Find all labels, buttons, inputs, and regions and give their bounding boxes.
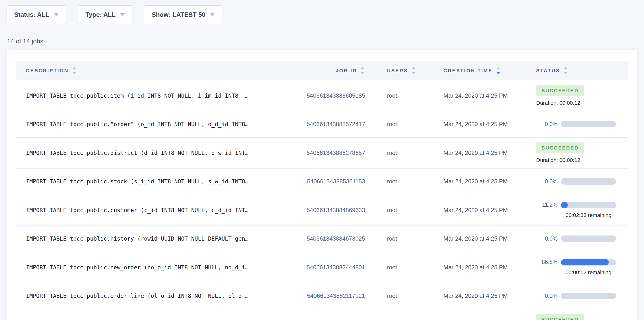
job-status: SUCCEEDED Duration: 00:00:12	[516, 137, 628, 168]
progress-percent: 0.0%	[536, 178, 558, 185]
time-remaining: 00:00:02 remaining	[561, 269, 616, 276]
job-creation-time: Mar 24, 2020 at 4:25 PM	[433, 80, 516, 111]
job-user: root	[365, 111, 433, 137]
progress-percent: 0.0%	[536, 235, 558, 242]
chevron-down-icon	[120, 13, 125, 16]
job-description: IMPORT TABLE tpcc.public.customer (c_id …	[16, 195, 294, 225]
column-header-creation-time[interactable]: CREATION TIME	[433, 61, 516, 80]
type-filter-label: Type: ALL	[86, 11, 116, 19]
job-description: IMPORT TABLE tpcc.public.order_line (ol_…	[16, 283, 294, 309]
progress-bar	[561, 235, 616, 242]
column-label: CREATION TIME	[444, 68, 492, 74]
job-user: root	[365, 195, 433, 225]
job-creation-time: Mar 24, 2020 at 4:25 PM	[433, 168, 516, 195]
table-row: IMPORT TABLE tpcc.public.customer (c_id …	[16, 195, 628, 225]
job-status: SUCCEEDED Duration: 00:00:08	[516, 309, 628, 320]
jobs-table-card: DESCRIPTION JOB ID USERS	[6, 50, 638, 320]
job-creation-time: Mar 24, 2020 at 4:25 PM	[433, 137, 516, 168]
job-status: SUCCEEDED Duration: 00:00:12	[516, 80, 628, 111]
chevron-down-icon	[210, 13, 215, 16]
sort-arrows-icon	[412, 67, 416, 74]
progress-percent: 86.8%	[536, 259, 558, 265]
job-duration: Duration: 00:00:12	[536, 100, 628, 106]
column-header-description[interactable]: DESCRIPTION	[16, 61, 294, 80]
job-description: IMPORT TABLE tpcc.public.new_order (no_o…	[16, 252, 294, 283]
job-description: IMPORT TABLE tpcc.public."order" (o_id I…	[16, 111, 294, 137]
column-header-status[interactable]: STATUS	[516, 61, 628, 80]
table-row: IMPORT TABLE tpcc.public.history (rowid …	[16, 225, 628, 252]
job-status: 0.0%	[516, 111, 628, 137]
filters-bar: Status: ALL Type: ALL Show: LATEST 50	[0, 0, 644, 24]
table-row: IMPORT TABLE tpcc.public.stock (s_i_id I…	[16, 168, 628, 195]
type-filter-dropdown[interactable]: Type: ALL	[78, 5, 132, 24]
column-header-users[interactable]: USERS	[365, 61, 433, 80]
progress-percent: 0.0%	[536, 293, 558, 299]
job-user: root	[365, 225, 433, 252]
status-badge: SUCCEEDED	[536, 85, 584, 96]
column-label: DESCRIPTION	[26, 68, 69, 74]
job-user: root	[365, 80, 433, 111]
progress-percent: 0.0%	[536, 121, 558, 128]
sort-arrows-icon	[361, 67, 364, 74]
job-id: 540661343888605185	[294, 80, 365, 111]
job-description: IMPORT TABLE tpcc.public.history (rowid …	[16, 225, 294, 252]
chevron-down-icon	[54, 13, 59, 16]
job-id: 540661343884869633	[294, 195, 365, 225]
job-creation-time: Mar 24, 2020 at 4:25 PM	[433, 225, 516, 252]
show-filter-label: Show: LATEST 50	[152, 11, 206, 19]
jobs-count: 14 of 14 jobs	[7, 38, 644, 45]
job-status: 0.0%	[516, 283, 628, 309]
sort-arrows-icon	[496, 67, 500, 74]
job-user: root	[365, 137, 433, 168]
job-status: 86.8% 00:00:02 remaining	[516, 252, 628, 283]
status-filter-dropdown[interactable]: Status: ALL	[6, 5, 66, 24]
column-label: JOB ID	[336, 68, 357, 74]
job-id: 540661343886278657	[294, 137, 365, 168]
job-status: 11.2% 00:02:33 remaining	[516, 195, 628, 225]
job-id: 540661343882444801	[294, 252, 365, 283]
jobs-table: DESCRIPTION JOB ID USERS	[16, 61, 628, 320]
progress-percent: 11.2%	[536, 202, 558, 208]
job-id: 540661343882117121	[294, 283, 365, 309]
table-row: IMPORT TABLE tpcc.public.district (d_id …	[16, 137, 628, 168]
status-filter-label: Status: ALL	[14, 11, 50, 19]
show-filter-dropdown[interactable]: Show: LATEST 50	[144, 5, 222, 24]
job-description: IMPORT TABLE tpcc.public.stock (s_i_id I…	[16, 168, 294, 195]
status-badge: SUCCEEDED	[536, 142, 584, 153]
table-row: IMPORT TABLE tpcc.public.item (i_id INT8…	[16, 80, 628, 111]
column-label: STATUS	[536, 68, 560, 74]
job-description: IMPORT TABLE tpcc.public.warehouse (w_id…	[16, 309, 294, 320]
job-user: root	[365, 309, 433, 320]
sort-arrows-icon	[564, 67, 568, 74]
job-user: root	[365, 168, 433, 195]
job-creation-time: Mar 24, 2020 at 4:25 PM	[433, 195, 516, 225]
progress-bar	[561, 121, 616, 127]
table-row: IMPORT TABLE tpcc.public.order_line (ol_…	[16, 283, 628, 309]
time-remaining: 00:02:33 remaining	[561, 212, 616, 218]
column-label: USERS	[387, 68, 408, 74]
job-description: IMPORT TABLE tpcc.public.district (d_id …	[16, 137, 294, 168]
job-id: 540661343884673025	[294, 225, 365, 252]
job-creation-time: Mar 24, 2020 at 4:25 PM	[433, 111, 516, 137]
sort-arrows-icon	[72, 67, 76, 74]
job-status: 0.0%	[516, 225, 628, 252]
job-user: root	[365, 252, 433, 283]
table-row: IMPORT TABLE tpcc.public.new_order (no_o…	[16, 252, 628, 283]
job-status: 0.0%	[516, 168, 628, 195]
progress-bar	[561, 178, 616, 185]
job-creation-time: Mar 24, 2020 at 4:25 PM	[433, 252, 516, 283]
job-user: root	[365, 283, 433, 309]
job-id: 540661343826444289	[294, 309, 365, 320]
job-id: 540661343885361153	[294, 168, 365, 195]
table-header-row: DESCRIPTION JOB ID USERS	[16, 61, 628, 80]
table-row: IMPORT TABLE tpcc.public.warehouse (w_id…	[16, 309, 628, 320]
job-creation-time: Mar 24, 2020 at 4:25 PM	[433, 283, 516, 309]
table-row: IMPORT TABLE tpcc.public."order" (o_id I…	[16, 111, 628, 137]
job-description: IMPORT TABLE tpcc.public.item (i_id INT8…	[16, 80, 294, 111]
job-duration: Duration: 00:00:12	[536, 157, 628, 163]
job-creation-time: Mar 24, 2020 at 4:25 PM	[433, 309, 516, 320]
job-id: 540661343888572417	[294, 111, 365, 137]
progress-bar	[561, 259, 616, 265]
progress-bar	[561, 293, 616, 299]
column-header-job-id[interactable]: JOB ID	[294, 61, 365, 80]
